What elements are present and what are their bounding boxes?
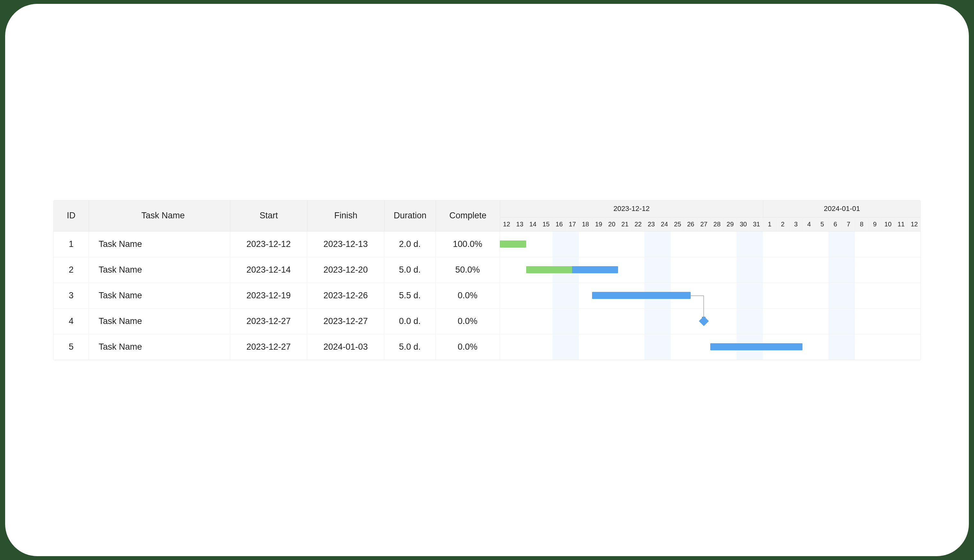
cell-duration: 5.5 d. — [384, 283, 435, 308]
cell-name: Task Name — [89, 232, 230, 257]
weekend-shade — [737, 232, 750, 257]
weekend-shade — [566, 283, 579, 308]
timeline-day-label: 13 — [513, 217, 527, 231]
cell-name: Task Name — [89, 283, 230, 308]
weekend-shade — [657, 232, 671, 257]
weekend-shade — [750, 257, 763, 283]
timeline-day-label: 29 — [724, 217, 737, 231]
weekend-shade — [737, 283, 750, 308]
cell-id: 4 — [53, 308, 89, 334]
milestone-marker[interactable] — [699, 316, 709, 326]
cell-id: 1 — [53, 232, 89, 257]
weekend-shade — [842, 283, 855, 308]
weekend-shade — [566, 232, 579, 257]
timeline-day-label: 8 — [855, 217, 868, 231]
col-header-duration[interactable]: Duration — [385, 200, 436, 232]
weekend-shade — [552, 232, 566, 257]
cell-id: 5 — [53, 334, 89, 360]
cell-name: Task Name — [89, 257, 230, 283]
weekend-shade — [750, 283, 763, 308]
timeline-day-label: 17 — [566, 217, 579, 231]
cell-start: 2023-12-27 — [230, 308, 307, 334]
col-header-id[interactable]: ID — [53, 200, 89, 232]
timeline-day-label: 16 — [553, 217, 566, 231]
gantt-body: 1Task Name2023-12-122023-12-132.0 d.100.… — [53, 232, 921, 360]
weekend-shade — [842, 308, 855, 334]
cell-complete: 100.0% — [435, 232, 500, 257]
weekend-shade — [657, 334, 671, 360]
table-row[interactable]: 5Task Name2023-12-272024-01-035.0 d.0.0% — [53, 334, 921, 360]
timeline-day-label: 26 — [684, 217, 697, 231]
timeline-day-label: 31 — [750, 217, 763, 231]
timeline-day-label: 11 — [895, 217, 908, 231]
table-row[interactable]: 3Task Name2023-12-192023-12-265.5 d.0.0% — [53, 283, 921, 308]
cell-name: Task Name — [89, 308, 230, 334]
cell-id: 3 — [53, 283, 89, 308]
cell-start: 2023-12-27 — [230, 334, 307, 360]
timeline-day-label: 12 — [500, 217, 513, 231]
weekend-shade — [657, 308, 671, 334]
timeline-day-label: 22 — [632, 217, 645, 231]
timeline-row[interactable] — [500, 232, 921, 257]
weekend-shade — [842, 257, 855, 283]
timeline-row[interactable] — [500, 308, 921, 334]
cell-start: 2023-12-19 — [230, 283, 307, 308]
weekend-shade — [737, 257, 750, 283]
cell-finish: 2023-12-13 — [307, 232, 384, 257]
timeline-day-label: 9 — [868, 217, 881, 231]
cell-finish: 2024-01-03 — [307, 334, 384, 360]
weekend-shade — [829, 334, 842, 360]
task-bar[interactable] — [710, 343, 802, 350]
weekend-shade — [829, 283, 842, 308]
timeline-day-label: 1 — [763, 217, 776, 231]
task-bar[interactable] — [592, 292, 690, 299]
weekend-shade — [566, 308, 579, 334]
cell-duration: 5.0 d. — [384, 257, 435, 283]
cell-complete: 0.0% — [435, 283, 500, 308]
cell-start: 2023-12-14 — [230, 257, 307, 283]
table-row[interactable]: 4Task Name2023-12-272023-12-270.0 d.0.0% — [53, 308, 921, 334]
col-header-complete[interactable]: Complete — [436, 200, 500, 232]
timeline-day-label: 12 — [908, 217, 921, 231]
weekend-shade — [566, 334, 579, 360]
timeline-day-label: 3 — [790, 217, 803, 231]
timeline-row[interactable] — [500, 283, 921, 308]
weekend-shade — [829, 232, 842, 257]
timeline-day-label: 14 — [527, 217, 540, 231]
weekend-shade — [644, 257, 657, 283]
timeline-day-label: 2 — [776, 217, 790, 231]
weekend-shade — [552, 308, 566, 334]
table-row[interactable]: 2Task Name2023-12-142023-12-205.0 d.50.0… — [53, 257, 921, 283]
task-progress-bar — [526, 266, 572, 273]
timeline-day-label: 21 — [619, 217, 632, 231]
timeline-day-label: 10 — [881, 217, 895, 231]
timeline-day-label: 25 — [671, 217, 684, 231]
cell-duration: 5.0 d. — [384, 334, 435, 360]
app-card: ID Task Name Start Finish Duration Compl… — [5, 4, 969, 556]
gantt-header: ID Task Name Start Finish Duration Compl… — [53, 200, 921, 232]
cell-finish: 2023-12-20 — [307, 257, 384, 283]
timeline-row[interactable] — [500, 257, 921, 283]
timeline-day-label: 15 — [540, 217, 553, 231]
cell-complete: 50.0% — [435, 257, 500, 283]
weekend-shade — [750, 308, 763, 334]
col-header-finish[interactable]: Finish — [307, 200, 385, 232]
table-row[interactable]: 1Task Name2023-12-122023-12-132.0 d.100.… — [53, 232, 921, 257]
cell-complete: 0.0% — [435, 334, 500, 360]
col-header-name[interactable]: Task Name — [89, 200, 230, 232]
task-progress-bar — [500, 240, 526, 248]
timeline-row[interactable] — [500, 334, 921, 360]
timeline-day-label: 19 — [592, 217, 605, 231]
weekend-shade — [552, 334, 566, 360]
timeline-day-label: 4 — [803, 217, 816, 231]
timeline-header: 2023-12-122024-01-01 1213141516171819202… — [500, 200, 921, 232]
col-header-start[interactable]: Start — [230, 200, 307, 232]
table-header-left: ID Task Name Start Finish Duration Compl… — [53, 200, 500, 232]
timeline-day-label: 24 — [658, 217, 671, 231]
timeline-day-label: 28 — [710, 217, 724, 231]
timeline-day-label: 5 — [816, 217, 829, 231]
weekend-shade — [552, 283, 566, 308]
cell-finish: 2023-12-27 — [307, 308, 384, 334]
weekend-shade — [644, 308, 657, 334]
timeline-day-label: 20 — [605, 217, 619, 231]
